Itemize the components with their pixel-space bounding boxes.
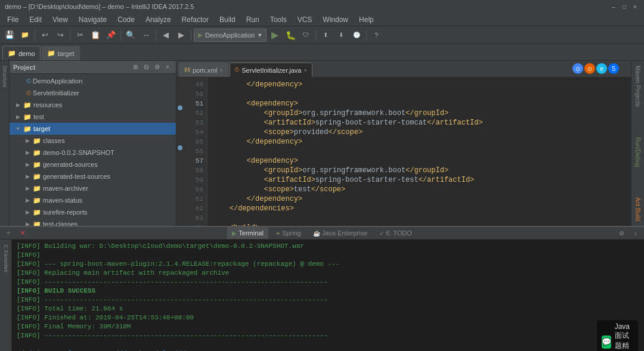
terminal-stop-btn[interactable]: ✕ <box>17 227 29 239</box>
terminal-new-tab-btn[interactable]: + <box>2 227 14 239</box>
tree-item-surefire-reports[interactable]: ▶ 📁 surefire-reports <box>10 206 176 218</box>
arrow-tc-icon: ▶ <box>24 221 31 226</box>
vcs-pull-btn[interactable]: ⬇ <box>334 28 348 42</box>
code-line-59: <artifactId>spring-boot-starter-test</ar… <box>212 175 626 185</box>
menu-navigate[interactable]: Navigate <box>74 14 112 25</box>
coverage-button[interactable]: 🛡 <box>299 28 313 42</box>
toolbar-sep7 <box>366 30 367 41</box>
tree-item-target[interactable]: ▼ 📁 target <box>10 123 176 135</box>
line-51: 51 <box>184 99 207 108</box>
tab-demo[interactable]: 📁 demo <box>2 46 41 60</box>
menu-code[interactable]: Code <box>113 14 140 25</box>
code-line-49: </dependency> <box>212 80 626 89</box>
minimize-button[interactable]: – <box>609 2 618 11</box>
toolbar-undo-btn[interactable]: ↩ <box>38 28 52 42</box>
safari-icon[interactable]: S <box>608 63 619 74</box>
editor-tab-servlet[interactable]: © ServletInitializer.java × <box>230 63 312 77</box>
wechat-icon: 💬 <box>602 336 611 349</box>
menu-view[interactable]: View <box>48 14 73 25</box>
maven-projects-label[interactable]: Maven Projects <box>633 61 642 111</box>
tree-item-demoapplication[interactable]: © DemoApplication <box>10 75 176 87</box>
toolbar-cut-btn[interactable]: ✂ <box>73 28 87 42</box>
toolbar-open-btn[interactable]: 📁 <box>18 28 32 42</box>
pom-tab-close[interactable]: × <box>220 67 223 73</box>
toolbar-replace-btn[interactable]: ↔ <box>139 28 153 42</box>
run-validation-label[interactable]: Run/Debug <box>633 132 642 172</box>
firefox-icon[interactable]: ⊙ <box>584 63 595 74</box>
menu-edit[interactable]: Edit <box>24 14 47 25</box>
ie-icon[interactable]: e <box>596 63 607 74</box>
help-btn[interactable]: ? <box>369 28 383 42</box>
toolbar-find-btn[interactable]: 🔍 <box>123 28 138 42</box>
toolbar-sep1 <box>35 30 35 41</box>
terminal-area[interactable]: [INFO] Building war: D:\Desktop\cloud\de… <box>12 240 644 351</box>
line-56: 56 <box>184 147 207 156</box>
tree-item-servletinitializer[interactable]: © ServletInitializer <box>10 87 176 99</box>
run-target-dropdown[interactable]: ▶ DemoApplication ▼ <box>194 29 267 42</box>
folder-gts-icon: 📁 <box>33 173 41 181</box>
vcs-history-btn[interactable]: 🕐 <box>349 28 364 42</box>
toolbar-back-btn[interactable]: ◀ <box>159 28 173 42</box>
menu-file[interactable]: File <box>2 14 23 25</box>
toolbar-save-btn[interactable]: 💾 <box>2 28 17 42</box>
tab-todo[interactable]: ✓ 6: TODO <box>374 227 417 239</box>
panel-collapse-btn[interactable]: ⊟ <box>141 63 151 72</box>
arrow-ma-icon: ▶ <box>24 185 31 191</box>
tree-item-test[interactable]: ▶ 📁 test <box>10 111 176 123</box>
toolbar-copy-btn[interactable]: 📋 <box>88 28 103 42</box>
servlet-tab-close[interactable]: × <box>304 67 306 73</box>
tree-item-generated-sources[interactable]: ▶ 📁 generated-sources <box>10 159 176 170</box>
toolbar-paste-btn[interactable]: 📌 <box>104 28 118 42</box>
menu-vcs[interactable]: VCS <box>293 14 317 25</box>
code-editor[interactable]: 49 50 51 52 53 54 55 56 57 58 59 60 61 6… <box>177 77 631 226</box>
tree-item-test-classes[interactable]: ▶ 📁 test-classes <box>10 218 176 226</box>
tab-spring[interactable]: ❧ Spring <box>271 227 306 239</box>
bottom-settings-btn[interactable]: ⚙ <box>615 227 627 239</box>
editor-tab-pom[interactable]: 𝕄 pom.xml × <box>179 63 228 77</box>
tree-item-maven-status[interactable]: ▶ 📁 maven-status <box>10 194 176 206</box>
folder-ms-icon: 📁 <box>33 197 41 204</box>
vcs-btn[interactable]: ⬆ <box>318 28 333 42</box>
toolbar-forward-btn[interactable]: ▶ <box>174 28 188 42</box>
line-64: 64 <box>184 223 207 226</box>
menu-window[interactable]: Window <box>318 14 353 25</box>
tree-item-maven-archiver[interactable]: ▶ 📁 maven-archiver <box>10 182 176 194</box>
close-button[interactable]: × <box>631 2 639 11</box>
servlet-tab-icon: © <box>235 67 239 73</box>
bottom-expand-btn[interactable]: ↕ <box>630 227 642 239</box>
tab-java-enterprise[interactable]: ☕ Java Enterprise <box>308 227 372 239</box>
menu-refactor[interactable]: Refactor <box>177 14 213 25</box>
tab-target[interactable]: 📁 target <box>42 46 80 60</box>
tree-item-resources[interactable]: ▶ 📁 resources <box>10 99 176 111</box>
debug-button[interactable]: 🐛 <box>283 28 298 42</box>
bottom-section: + ✕ ▶ Terminal ❧ Spring ☕ Java Enterpris… <box>0 226 644 351</box>
menu-tools[interactable]: Tools <box>265 14 292 25</box>
arrow-gs-icon: ▶ <box>24 161 31 167</box>
bottom-content: 2: Favorites [INFO] Building war: D:\Des… <box>0 240 644 351</box>
run-button[interactable]: ▶ <box>268 28 282 42</box>
toolbar-redo-btn[interactable]: ↪ <box>53 28 67 42</box>
code-content[interactable]: </dependency> <dependency> <groupId>org.… <box>208 77 631 226</box>
watermark: 💬 Java面试题精选 <box>597 320 638 351</box>
panel-close-btn[interactable]: × <box>163 63 172 72</box>
maximize-button[interactable]: □ <box>620 2 628 11</box>
menu-help[interactable]: Help <box>354 14 379 25</box>
tree-label-resources: resources <box>33 101 62 108</box>
tree-item-classes[interactable]: ▶ 📁 classes <box>10 135 176 147</box>
tree-item-snapshot[interactable]: ▶ 📁 demo-0.0.2-SNAPSHOT <box>10 147 176 159</box>
editor-tabs: 𝕄 pom.xml × © ServletInitializer.java × <box>177 61 631 77</box>
panel-expand-btn[interactable]: ⊞ <box>131 63 140 72</box>
panel-settings-btn[interactable]: ⚙ <box>152 63 162 72</box>
folder-resources-icon: 📁 <box>23 101 32 109</box>
term-line-8: [INFO] Finished at: 2019-04-25T14:53:48+… <box>17 313 639 322</box>
ant-build-label[interactable]: Ant Build <box>633 192 642 226</box>
tab-terminal[interactable]: ▶ Terminal <box>227 227 268 239</box>
menu-run[interactable]: Run <box>242 14 264 25</box>
side-2-label[interactable]: 2: Favorites <box>3 242 9 275</box>
chrome-icon[interactable]: ⊙ <box>572 63 583 74</box>
menu-build[interactable]: Build <box>215 14 240 25</box>
left-structure-label[interactable]: Structure <box>2 63 8 90</box>
tree-label-test: test <box>33 113 44 120</box>
tree-item-gts[interactable]: ▶ 📁 generated-test-sources <box>10 170 176 182</box>
menu-analyze[interactable]: Analyze <box>141 14 176 25</box>
